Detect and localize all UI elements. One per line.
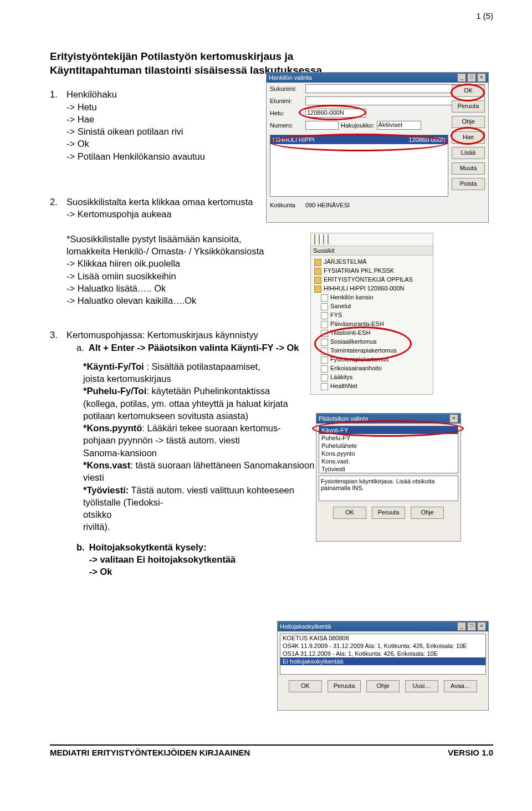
- doc-icon: [321, 303, 328, 310]
- tree-item[interactable]: HealthNet: [330, 382, 357, 389]
- dialog-hoitojaksokytkenta: Hoitojaksokytkentä _ □ × KOETUS KAISA 08…: [277, 621, 489, 711]
- label-etunimi: Etunimi:: [270, 98, 303, 104]
- doc-icon: [321, 294, 328, 302]
- list-row[interactable]: OS4K 11.9.2009 - 31.12.2009 Ala: 1, Koti…: [280, 642, 485, 650]
- close-icon[interactable]: ×: [477, 622, 486, 631]
- label-hakujoukko: Hakujoukko:: [341, 122, 375, 129]
- sec1-l4: -> Ok: [66, 137, 205, 150]
- ok-button[interactable]: OK: [333, 507, 366, 519]
- folder-icon: [314, 268, 321, 275]
- maximize-icon[interactable]: □: [467, 622, 476, 631]
- suosikit-header: Suosikit: [311, 246, 433, 256]
- toolbar-icon[interactable]: [328, 234, 329, 244]
- toolbar-icon[interactable]: [314, 234, 315, 244]
- folder-icon: [314, 259, 321, 266]
- sec3-p4: (kollega, potilas, ym. ottaa yhteyttä ja…: [83, 397, 327, 410]
- peruuta-button[interactable]: Peruuta: [452, 100, 485, 113]
- sec2-p3: -> Klikkaa hiiren oik.puolella: [66, 257, 264, 269]
- close-icon[interactable]: ×: [477, 73, 486, 82]
- toolbar-icon[interactable]: [319, 234, 320, 244]
- sec3-p1b: : Sisältää potilastapaamiset,: [144, 361, 260, 371]
- option-puhelulahete[interactable]: Puhelulähete: [319, 442, 458, 450]
- sec3-p12: riviltä).: [83, 521, 327, 533]
- ohje-button[interactable]: Ohje: [452, 116, 485, 128]
- uusi-button[interactable]: Uusi…: [405, 680, 438, 692]
- avaa-button[interactable]: Avaa…: [444, 680, 477, 692]
- sec3-p3b: : käytetään Puhelinkontaktissa: [146, 386, 270, 396]
- value-kotikunta: 090 HEINÄVESI: [305, 202, 350, 208]
- footer-left: MEDIATRI ERITYISTYÖNTEKIJÖIDEN KIRJAAINE…: [50, 748, 250, 757]
- sec2-p5: -> Haluatko lisätä….. Ok: [66, 282, 264, 294]
- sec2-l1: -> Kertomuspohja aukeaa: [66, 208, 264, 220]
- sec3-p6a: *Kons.pyyntö: [83, 423, 142, 433]
- list-row-selected[interactable]: Ei hoitojaksokytkentää: [280, 657, 485, 665]
- minimize-icon[interactable]: _: [457, 622, 466, 631]
- tree-item[interactable]: Päiväseuranta-ESH: [330, 320, 384, 327]
- sec3a-label: a.: [76, 341, 84, 354]
- option-kons-vast[interactable]: Kons.vast.: [319, 457, 458, 465]
- doc-icon: [321, 383, 328, 390]
- sec2-p4: -> Lisää omiin suosikkeihin: [66, 270, 264, 282]
- dialog1-titlebar: Henkilön valinta _ □ ×: [267, 73, 488, 83]
- sec2-p6: -> Haluatko olevan kaikilla….Ok: [66, 294, 264, 307]
- sec3-number: 3.: [50, 329, 62, 578]
- sec3-head: Kertomuspohjassa: Kertomuskirjaus käynni…: [66, 329, 327, 341]
- sec3-p2: joista kertomuskirjaus: [83, 373, 327, 385]
- tree-item[interactable]: Henkilön kansio: [330, 294, 374, 300]
- list-row[interactable]: KOETUS KAISA 080808: [280, 634, 485, 642]
- peruuta-button[interactable]: Peruuta: [328, 680, 361, 692]
- list-row[interactable]: OS1A 31.12.2009 - Ala: 1, Kotikunta: 426…: [280, 650, 485, 657]
- sec1-l2: -> Hae: [66, 113, 205, 125]
- suosikit-tree[interactable]: JÄRJESTELMÄ FYSIATRIAN PKL PKSSK ERITYIS…: [311, 256, 433, 392]
- tree-item[interactable]: ERITYISTYÖNTEKIJÄ OPPILAS: [324, 276, 413, 283]
- sec3-p11: otsikko: [83, 508, 327, 521]
- tree-item[interactable]: HIHHULI HIPPI 120860-000N: [324, 285, 405, 292]
- label-hetu: Hetu:: [270, 110, 303, 116]
- description-box: Fysioterapian käyntikirjaus. Lisää otsik…: [319, 476, 458, 501]
- maximize-icon[interactable]: □: [467, 73, 476, 82]
- muuta-button[interactable]: Muuta: [452, 162, 485, 175]
- tree-item[interactable]: FYSIATRIAN PKL PKSSK: [324, 267, 394, 274]
- sec2-number: 2.: [50, 196, 62, 307]
- ok-button[interactable]: OK: [289, 680, 322, 692]
- sec3-p9a: *Kons.vast: [83, 460, 130, 470]
- toolbar-icon[interactable]: [323, 234, 324, 244]
- minimize-icon[interactable]: _: [457, 73, 466, 82]
- label-sukunimi: Sukunimi:: [270, 85, 303, 92]
- sec3-p7: pohjaan pyynnön -> tästä autom. viesti: [83, 434, 327, 446]
- ohje-button[interactable]: Ohje: [366, 680, 400, 692]
- hoitojakso-list[interactable]: KOETUS KAISA 080808 OS4K 11.9.2009 - 31.…: [280, 634, 486, 675]
- tree-item[interactable]: Sanelut: [330, 303, 351, 309]
- sec1-number: 1.: [50, 88, 62, 162]
- highlight-ellipse: [270, 134, 448, 151]
- sec3b-l1: -> valitaan Ei hoitojaksokytkentää: [89, 553, 236, 565]
- close-icon[interactable]: ×: [449, 414, 458, 423]
- poista-button[interactable]: Poista: [452, 178, 485, 190]
- dialog1-title: Henkilön valinta: [269, 73, 312, 83]
- highlight-ellipse: [299, 105, 366, 120]
- tree-item[interactable]: Erikoissairaanhoito: [330, 365, 382, 371]
- lisaa-button[interactable]: Lisää: [452, 147, 485, 159]
- sec3a-text: Alt + Enter -> Pääotsikon valinta Käynti…: [89, 341, 299, 354]
- tree-item[interactable]: Lääkitys: [330, 374, 352, 380]
- option-kons-pyynto[interactable]: Kons.pyynto: [319, 450, 458, 457]
- select-hakujoukko[interactable]: Aktiiviset: [377, 121, 421, 130]
- dialog4-titlebar: Hoitojaksokytkentä _ □ ×: [278, 621, 488, 631]
- doc-icon: [321, 321, 328, 328]
- sec2-p1: *Suosikkilistalle pystyt lisäämään kansi…: [66, 233, 264, 245]
- option-tyoviesti[interactable]: Työviesti: [319, 465, 458, 473]
- footer-right: VERSIO 1.0: [448, 748, 493, 757]
- tree-item[interactable]: FYS: [330, 312, 342, 318]
- input-numero[interactable]: [305, 121, 339, 130]
- sec3b-head: Hoitojaksokytkentä kysely:: [89, 541, 236, 553]
- peruuta-button[interactable]: Peruuta: [372, 507, 405, 519]
- sec3-p8: Sanoma-kansioon: [83, 447, 327, 459]
- doc-icon: [321, 374, 328, 381]
- ohje-button[interactable]: Ohje: [411, 507, 444, 519]
- label-numero: Numero:: [270, 122, 303, 129]
- dialog4-title: Hoitojaksokytkentä: [280, 621, 331, 631]
- tree-item[interactable]: JÄRJESTELMÄ: [324, 258, 367, 265]
- sec1-l1: -> Hetu: [66, 101, 205, 113]
- highlight-ellipse: [451, 84, 485, 101]
- sec3-p6b: : Lääkäri tekee suoraan kertomus-: [142, 423, 280, 433]
